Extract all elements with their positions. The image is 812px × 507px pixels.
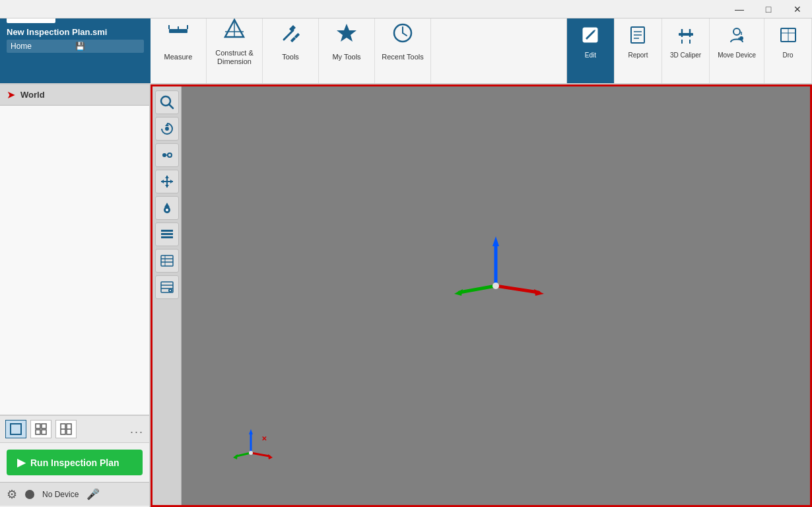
move-device-label: Move Device: [718, 51, 756, 59]
svg-point-72: [492, 283, 499, 289]
svg-text:✕: ✕: [261, 435, 267, 442]
report-label: Report: [628, 51, 648, 59]
measure-icon: [166, 21, 190, 50]
svg-point-52: [166, 209, 168, 211]
home-button[interactable]: Home 💾: [7, 40, 144, 53]
svg-marker-47: [165, 176, 169, 178]
svg-marker-8: [337, 24, 356, 42]
dro-label: Dro: [782, 51, 793, 59]
svg-marker-49: [161, 180, 164, 184]
svg-line-68: [496, 286, 539, 292]
svg-point-41: [165, 127, 169, 131]
settings-icon[interactable]: ⚙: [7, 487, 17, 502]
device-status-label: No Device: [42, 490, 79, 499]
more-views-button[interactable]: ...: [130, 422, 144, 436]
caliper-label: 3D Caliper: [670, 51, 701, 59]
run-button-label: Run Inspection Plan: [30, 457, 119, 468]
pan-tool-button[interactable]: [155, 170, 179, 193]
svg-marker-48: [165, 185, 169, 187]
mytools-icon: [335, 21, 358, 50]
svg-rect-17: [679, 33, 693, 36]
tool-strip: [152, 86, 182, 505]
rotate-tool-button[interactable]: [155, 117, 179, 141]
svg-marker-76: [268, 454, 273, 459]
viewport-container: ✕: [151, 84, 812, 507]
svg-rect-29: [11, 424, 21, 434]
main-content: ➤ World ... ▶ Run Inspection Plan: [0, 84, 812, 507]
viewport-3d[interactable]: ✕: [182, 86, 810, 505]
edit-label: Edit: [585, 51, 596, 59]
table-tool-button[interactable]: [155, 249, 179, 273]
svg-line-39: [169, 104, 173, 108]
view-controls: ...: [0, 416, 149, 443]
param-tool-button[interactable]: [155, 275, 179, 299]
measure-label: Measure: [164, 53, 193, 61]
caliper-icon: [676, 25, 696, 50]
move-device-icon: [727, 25, 747, 50]
connection-status-dot: [25, 490, 34, 499]
svg-line-77: [236, 453, 251, 456]
status-bar: ⚙ No Device 🎤: [0, 482, 149, 506]
axes-center: [443, 233, 549, 341]
title-bar: — □ ✕: [0, 0, 812, 18]
svg-marker-71: [454, 289, 463, 296]
minimize-button[interactable]: —: [725, 0, 754, 18]
recent-icon: [391, 21, 415, 50]
3d-viewport[interactable]: ✕: [151, 84, 812, 507]
world-arrow-icon: ➤: [7, 88, 15, 101]
tools-icon: [279, 21, 302, 50]
grid4-view-button[interactable]: [55, 420, 77, 438]
svg-point-43: [168, 153, 172, 157]
svg-line-70: [459, 286, 496, 292]
microphone-icon[interactable]: 🎤: [86, 488, 100, 500]
view-toggle-button[interactable]: [155, 143, 179, 167]
svg-point-79: [249, 451, 253, 455]
svg-rect-31: [42, 424, 46, 428]
search-tool-button[interactable]: [155, 90, 179, 114]
construct-icon: [222, 17, 246, 46]
close-button[interactable]: ✕: [783, 0, 812, 18]
panel-bottom: ... ▶ Run Inspection Plan ⚙ No Device 🎤: [0, 415, 149, 507]
svg-rect-55: [161, 236, 173, 238]
tree-area: [0, 106, 149, 415]
app-title: New Inspection Plan.smi: [7, 27, 107, 37]
single-view-button[interactable]: [5, 420, 26, 438]
svg-rect-30: [36, 424, 40, 428]
svg-rect-54: [161, 233, 173, 235]
axes-small: ✕: [221, 423, 281, 485]
svg-point-42: [162, 153, 166, 157]
svg-rect-6: [294, 33, 300, 38]
svg-line-11: [403, 33, 407, 36]
svg-marker-67: [492, 236, 499, 246]
world-header: ➤ World: [0, 84, 149, 106]
svg-marker-50: [170, 180, 173, 184]
svg-line-75: [251, 453, 269, 456]
run-play-icon: ▶: [17, 456, 25, 469]
svg-rect-32: [36, 430, 40, 434]
svg-marker-74: [249, 429, 253, 434]
recent-label: Recent Tools: [382, 53, 423, 61]
maximize-button[interactable]: □: [754, 0, 783, 18]
svg-rect-33: [42, 430, 46, 434]
svg-marker-69: [534, 289, 544, 296]
svg-rect-7: [290, 37, 296, 42]
save-icon[interactable]: 💾: [75, 42, 140, 51]
svg-rect-0: [169, 29, 187, 33]
svg-rect-56: [161, 255, 173, 266]
home-label: Home: [11, 42, 75, 51]
dro-icon: [778, 25, 798, 50]
tools-label: Tools: [282, 53, 299, 61]
svg-marker-78: [233, 454, 238, 459]
construct-label: Construct &Dimension: [215, 49, 253, 66]
mytools-label: My Tools: [332, 53, 360, 61]
report-icon: [628, 25, 648, 50]
svg-rect-53: [161, 230, 173, 232]
edit-icon: [580, 25, 600, 50]
run-inspection-button[interactable]: ▶ Run Inspection Plan: [7, 450, 143, 475]
list-tool-button[interactable]: [155, 222, 179, 246]
grid2-view-button[interactable]: [30, 420, 51, 438]
svg-point-22: [733, 28, 740, 35]
left-panel: ➤ World ... ▶ Run Inspection Plan: [0, 84, 151, 507]
snap-tool-button[interactable]: [155, 196, 179, 220]
world-label: World: [20, 90, 45, 100]
